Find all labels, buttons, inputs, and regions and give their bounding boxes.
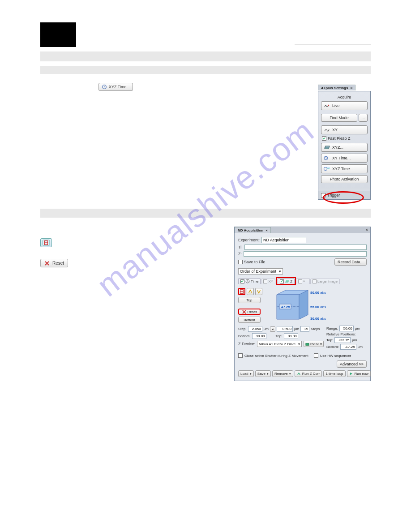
xyz-time-label: XYZ Time...: [109, 85, 130, 89]
svg-rect-25: [306, 343, 309, 345]
mode-3-button[interactable]: [255, 288, 262, 295]
panel-close-icon[interactable]: ×: [363, 227, 370, 233]
step-input[interactable]: [248, 326, 262, 332]
record-data-button[interactable]: Record Data...: [334, 258, 367, 266]
chevron-down-icon: ▾: [298, 342, 300, 346]
steps-input[interactable]: [300, 326, 309, 332]
experiment-input[interactable]: [261, 237, 306, 243]
advanced-button[interactable]: Advanced >>: [337, 360, 367, 368]
close-icon[interactable]: ×: [351, 86, 353, 90]
xyz-time-button[interactable]: XYZ Time...: [98, 83, 133, 91]
chevron-down-icon: ▾: [279, 269, 281, 274]
chevron-down-icon: ▾: [289, 372, 291, 376]
z-path-input[interactable]: [244, 251, 367, 257]
lambda-icon: λ: [303, 279, 308, 283]
instruction-text-area: Reset: [40, 227, 229, 381]
photo-activation-button[interactable]: Photo Activation: [321, 175, 368, 183]
lambda-checkbox[interactable]: [298, 279, 302, 283]
xy-time-icon: [324, 155, 330, 161]
section-band-3: [40, 209, 371, 218]
nd-acquisition-tab[interactable]: ND Acquisition ×: [235, 227, 271, 233]
run-now-button[interactable]: Run now: [347, 370, 371, 377]
rel-top-input[interactable]: [334, 337, 351, 343]
trigger-checkbox[interactable]: [321, 193, 325, 197]
a1plus-settings-panel: Acquire Live Find Mode ...: [318, 91, 371, 200]
one-time-loop-button[interactable]: 1 time loop: [323, 370, 345, 377]
chevron-down-icon: ▾: [320, 342, 322, 346]
xy-tab[interactable]: XY: [261, 279, 275, 284]
z-tab[interactable]: ✔ Z: [278, 278, 295, 284]
trigger-row: Trigger: [318, 191, 370, 199]
a1plus-tab[interactable]: A1plus Settings ×: [318, 85, 355, 90]
z-device-select[interactable]: Nikon A1 Piezo Z Drive ▾: [257, 341, 302, 347]
save-button[interactable]: Save ▾: [255, 370, 271, 377]
mode-2-button[interactable]: [247, 288, 254, 295]
save-to-file-checkbox[interactable]: [238, 260, 243, 264]
relative-positions-label: Relative Positions:: [326, 332, 367, 336]
find-mode-options-button[interactable]: ...: [359, 114, 368, 122]
section-band-2: [40, 66, 371, 74]
xyz-button[interactable]: XYZ...: [321, 143, 368, 152]
bottom-input[interactable]: [252, 333, 266, 339]
clock-icon: [245, 279, 250, 283]
large-image-tab[interactable]: Large Image: [310, 279, 340, 284]
fast-piezo-checkbox-row[interactable]: ✔ Fast Piezo Z: [322, 136, 368, 141]
range-mode-icon-button[interactable]: [40, 238, 52, 247]
top-button[interactable]: Top: [238, 297, 261, 303]
svg-rect-4: [325, 146, 330, 147]
ti-label: Ti:: [238, 245, 243, 249]
a1plus-tab-strip: A1plus Settings ×: [318, 83, 371, 91]
svg-point-6: [324, 167, 327, 171]
z-cube-diagram: 80.00 abs 47.25 55.00 abs 30.00 abs: [268, 288, 367, 325]
remove-button[interactable]: Remove▾: [272, 370, 293, 377]
live-icon: [324, 103, 330, 108]
header-rule: [295, 44, 371, 44]
bottom-button[interactable]: Bottom: [238, 317, 261, 323]
reset-button[interactable]: Reset: [238, 309, 261, 315]
xy-time-button[interactable]: XY Time...: [321, 154, 368, 163]
reset-button-inline[interactable]: Reset: [40, 259, 68, 267]
xy-checkbox[interactable]: [263, 279, 267, 283]
ti-input[interactable]: [244, 245, 367, 250]
run-z-corr-button[interactable]: Run Z Corr: [295, 370, 322, 377]
page-number-box: [40, 22, 76, 47]
find-mode-button[interactable]: Find Mode: [321, 114, 357, 122]
chevron-down-icon: ▾: [250, 372, 252, 376]
fast-piezo-checkbox[interactable]: ✔: [322, 136, 326, 141]
order-of-experiment-select[interactable]: Order of Experiment ▾: [238, 268, 283, 275]
top-input[interactable]: [284, 333, 298, 339]
xyz-icon: [324, 145, 330, 150]
xy-button[interactable]: XY: [321, 125, 368, 134]
hw-sequencer-checkbox[interactable]: [314, 353, 318, 358]
xyz-time-icon: [102, 84, 107, 90]
xy-icon: [324, 127, 330, 133]
range-mode-button[interactable]: [238, 288, 245, 295]
z-stack-icon: [285, 279, 289, 283]
svg-rect-15: [286, 280, 289, 281]
step-size-input[interactable]: [277, 326, 293, 332]
close-icon[interactable]: ×: [265, 228, 268, 232]
acquisition-tabs: ✔ Time XY ✔ Z: [238, 277, 367, 285]
nd-acquisition-panel: ND Acquisition × × Experiment: Ti:: [234, 227, 371, 381]
rel-bottom-input[interactable]: [340, 344, 356, 350]
large-image-checkbox[interactable]: [313, 279, 317, 283]
xyz-time-panel-icon: [324, 166, 330, 172]
svg-point-1: [328, 105, 329, 106]
time-tab[interactable]: ✔ Time: [238, 278, 261, 284]
z-checkbox[interactable]: ✔: [280, 279, 284, 283]
lambda-tab[interactable]: λ: [296, 278, 310, 284]
close-shutter-checkbox[interactable]: [238, 353, 243, 358]
load-button[interactable]: Load ▾: [238, 370, 254, 377]
time-checkbox[interactable]: ✔: [240, 279, 244, 283]
svg-rect-13: [285, 282, 288, 283]
acquire-heading: Acquire: [321, 95, 368, 99]
range-input[interactable]: [339, 326, 354, 331]
reset-x-icon: [44, 261, 50, 266]
live-button[interactable]: Live: [321, 101, 368, 110]
svg-rect-7: [327, 168, 330, 169]
xyz-time-panel-button[interactable]: XYZ Time...: [321, 164, 368, 173]
section-band-1: [40, 51, 371, 61]
step-left-button[interactable]: ◂: [270, 326, 275, 332]
experiment-label: Experiment:: [238, 238, 260, 242]
piezo-button[interactable]: Piezo ▾: [304, 341, 324, 347]
